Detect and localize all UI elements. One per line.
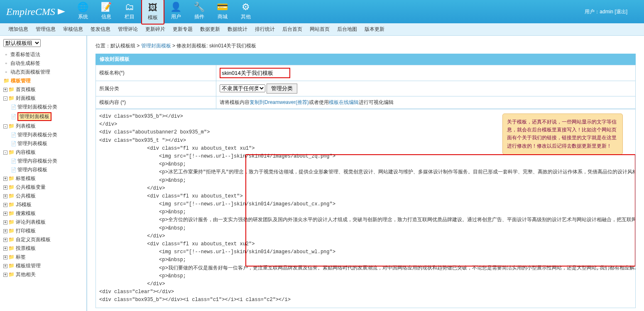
- subnav-后台首页[interactable]: 后台首页: [282, 26, 302, 33]
- tree-投票模板[interactable]: 投票模板: [16, 245, 36, 251]
- template-code-area[interactable]: 关于模板，还真不好说，一些网站显示的文字等信息，就会在后台模板里直接写入！比如这…: [95, 109, 636, 308]
- nav-模板[interactable]: 🖼模板: [141, 0, 164, 25]
- subnav-数据更新[interactable]: 数据更新: [200, 26, 220, 33]
- nav-栏目[interactable]: 🗂栏目: [118, 0, 141, 25]
- expand-icon[interactable]: +: [3, 185, 7, 190]
- label-template-content: 模板内容 (*): [96, 96, 216, 109]
- tree-child-管理内容模板分类[interactable]: 管理内容模板分类: [17, 158, 57, 164]
- expand-icon[interactable]: +: [3, 255, 7, 259]
- code-line: <div class="clear"></div>: [99, 288, 632, 296]
- sidebar-自动生成标签[interactable]: 自动生成标签: [10, 60, 40, 66]
- main-nav: 🌐系统📝信息🗂栏目🖼模板👤用户🔧插件💳商城⚙其他: [71, 0, 257, 25]
- tree-自定义页面模板[interactable]: 自定义页面模板: [16, 237, 51, 242]
- tree-内容模板[interactable]: 内容模板: [16, 149, 36, 155]
- template-group-select[interactable]: 默认模板组: [3, 39, 41, 47]
- expand-icon[interactable]: +: [3, 88, 7, 92]
- tree-child-管理列表模板[interactable]: 管理列表模板: [17, 141, 47, 146]
- subnav-审核信息[interactable]: 审核信息: [63, 26, 83, 33]
- online-edit-link[interactable]: 模板在线编辑: [329, 99, 359, 105]
- code-line: <p>全方位的设计服务，由一支实力强劲的研发团队及国内外顶尖水平的设计人才组成，…: [99, 216, 632, 224]
- subnav-管理评论[interactable]: 管理评论: [118, 26, 138, 33]
- tree-child-管理封面模板分类[interactable]: 管理封面模板分类: [17, 104, 57, 110]
- code-line: <div class="fl xu aboutus_text xu2">: [99, 240, 632, 248]
- tree-模板组管理[interactable]: 模板组管理: [16, 263, 41, 269]
- sub-nav: 增加信息管理信息审核信息签发信息管理评论更新碎片更新专题数据更新数据统计排行统计…: [0, 23, 644, 36]
- code-line: <p>&nbsp;: [99, 272, 632, 280]
- expand-icon[interactable]: +: [3, 177, 7, 181]
- sidebar: 默认模板组 ▫ 查看标签语法▫ 自动生成标签▫ 动态页面模板管理 📁 模板管理 …: [0, 36, 87, 311]
- tree-封面模板[interactable]: 封面模板: [16, 95, 36, 101]
- expand-icon[interactable]: +: [3, 238, 7, 242]
- nav-信息[interactable]: 📝信息: [95, 0, 118, 25]
- tree-标签模板[interactable]: 标签模板: [16, 175, 36, 181]
- subnav-更新专题[interactable]: 更新专题: [173, 26, 193, 33]
- sidebar-section-template-manage: 📁 模板管理: [3, 77, 86, 85]
- tree-公共模板[interactable]: 公共模板: [16, 193, 36, 199]
- tree-标签[interactable]: 标签: [16, 254, 26, 260]
- expand-icon[interactable]: +: [3, 194, 7, 198]
- tree-评论列表模板[interactable]: 评论列表模板: [16, 219, 46, 225]
- subnav-排行统计[interactable]: 排行统计: [255, 26, 275, 33]
- code-line: <p>&nbsp;: [99, 256, 632, 264]
- code-line: <p>&nbsp;: [99, 160, 632, 168]
- code-line: <div class="fl xu aboutus_text">: [99, 193, 632, 200]
- tree-打印模板[interactable]: 打印模板: [16, 228, 36, 234]
- code-line: <p>&nbsp;: [99, 177, 632, 185]
- tree-其他相关[interactable]: 其他相关: [16, 272, 36, 277]
- sidebar-动态页面模板管理[interactable]: 动态页面模板管理: [10, 69, 50, 75]
- main-content: 位置：默认模板组 > 管理封面模板 > 修改封面模板: skin014关于我们模…: [87, 36, 644, 311]
- subnav-管理信息[interactable]: 管理信息: [36, 26, 56, 33]
- form-table: 模板名称(*) 所属分类 不隶属于任何类别 管理分类 模板内容 (*) 请将模板…: [95, 65, 636, 109]
- code-line: </div>: [99, 232, 632, 240]
- tree-child-管理列表模板分类[interactable]: 管理列表模板分类: [17, 132, 57, 138]
- code-line: <p>&nbsp;: [99, 208, 632, 216]
- copy-dreamweaver-link[interactable]: 复制到Dreamweaver(推荐): [250, 99, 309, 105]
- nav-其他[interactable]: ⚙其他: [234, 0, 257, 25]
- breadcrumb: 位置：默认模板组 > 管理封面模板 > 修改封面模板: skin014关于我们模…: [95, 40, 636, 54]
- category-select[interactable]: 不隶属于任何类别: [220, 84, 265, 92]
- code-line: </div>: [99, 280, 632, 288]
- nav-用户[interactable]: 👤用户: [164, 0, 188, 25]
- expand-icon[interactable]: +: [3, 220, 7, 225]
- tree-JS模板[interactable]: JS模板: [16, 202, 32, 207]
- logout-link[interactable]: [退出]: [615, 9, 627, 15]
- manage-category-button[interactable]: 管理分类: [267, 84, 297, 94]
- expand-icon[interactable]: +: [3, 273, 7, 277]
- template-name-input[interactable]: [220, 68, 290, 78]
- expand-icon[interactable]: +: [3, 212, 7, 216]
- nav-商城[interactable]: 💳商城: [211, 0, 234, 25]
- code-line: <p>我们要做的不仅是服务好每一位客户，更注重互联网品牌发展及信誉。紧贴网络时代…: [99, 264, 632, 272]
- subnav-网站首页[interactable]: 网站首页: [310, 26, 330, 33]
- tree-列表模板[interactable]: 列表模板: [16, 123, 36, 129]
- panel-title: 修改封面模板: [95, 54, 636, 65]
- expand-icon[interactable]: +: [3, 264, 7, 268]
- content-hint: 请将模板内容复制到Dreamweaver(推荐)或者使用模板在线编辑进行可视化编…: [216, 96, 636, 109]
- expand-icon[interactable]: +: [3, 203, 7, 207]
- tree-child-管理封面模板[interactable]: 管理封面模板: [17, 112, 51, 121]
- expand-icon[interactable]: +: [3, 247, 7, 251]
- breadcrumb-link[interactable]: 管理封面模板: [141, 43, 171, 49]
- subnav-版本更新[interactable]: 版本更新: [365, 26, 384, 33]
- tree-首页模板[interactable]: 首页模板: [16, 86, 36, 92]
- subnav-后台地图[interactable]: 后台地图: [337, 26, 357, 33]
- subnav-数据统计[interactable]: 数据统计: [228, 26, 247, 33]
- top-header: EmpireCMS 🌐系统📝信息🗂栏目🖼模板👤用户🔧插件💳商城⚙其他 用户：ad…: [0, 0, 644, 23]
- tree-搜索模板[interactable]: 搜索模板: [16, 210, 36, 216]
- subnav-签发信息[interactable]: 签发信息: [91, 26, 110, 33]
- nav-系统[interactable]: 🌐系统: [71, 0, 95, 25]
- code-line: <img src="[!--news.url--]skin/skin014/im…: [99, 200, 632, 208]
- expand-icon[interactable]: -: [3, 96, 7, 101]
- user-area: 用户：admin [退出]: [585, 8, 644, 15]
- sidebar-查看标签语法[interactable]: 查看标签语法: [10, 52, 40, 57]
- expand-icon[interactable]: +: [3, 229, 7, 233]
- label-template-name: 模板名称(*): [96, 65, 216, 81]
- expand-icon[interactable]: -: [3, 151, 7, 155]
- subnav-更新碎片[interactable]: 更新碎片: [145, 26, 165, 33]
- code-line: <p>冰艺工作室秉持"拒绝平凡"的理念，致力于视觉传达领域，提供企业形象管理、视…: [99, 168, 632, 176]
- nav-插件[interactable]: 🔧插件: [188, 0, 211, 25]
- expand-icon[interactable]: -: [3, 124, 7, 128]
- subnav-增加信息[interactable]: 增加信息: [8, 26, 28, 33]
- tree-child-管理内容模板[interactable]: 管理内容模板: [17, 167, 47, 173]
- action-row: 保存模板 重置 [修改记录]: [95, 308, 636, 311]
- tree-公共模板变量[interactable]: 公共模板变量: [16, 184, 46, 190]
